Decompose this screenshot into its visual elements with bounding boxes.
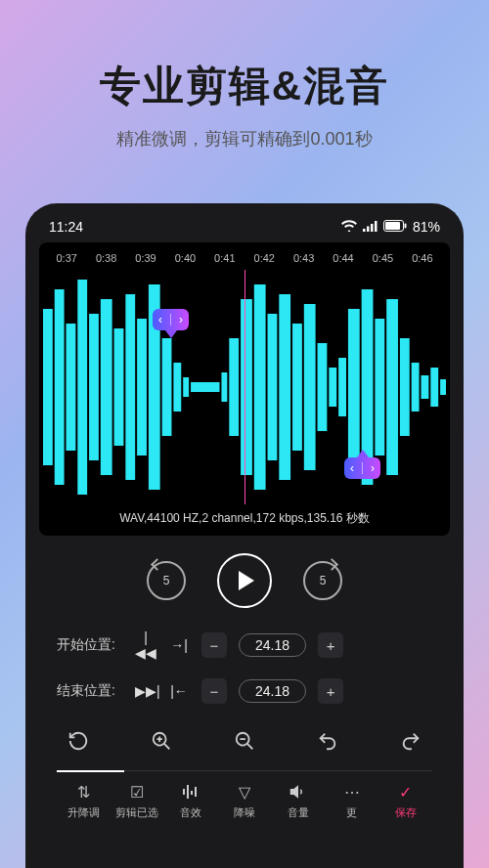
jump-to-end-icon[interactable]: |← <box>168 683 190 699</box>
start-position-label: 开始位置: <box>57 636 123 654</box>
svg-rect-34 <box>375 319 384 456</box>
svg-rect-30 <box>329 368 336 407</box>
tab-pitch[interactable]: ⇅ 升降调 <box>57 781 111 820</box>
ruler-tick: 0:44 <box>324 252 363 264</box>
ruler-tick: 0:38 <box>86 252 125 264</box>
ruler-tick: 0:43 <box>284 252 323 264</box>
trim-start-handle[interactable]: ‹ › <box>153 309 189 330</box>
equalizer-icon <box>164 781 218 803</box>
start-position-value[interactable]: 24.18 <box>239 633 306 657</box>
end-position-row: 结束位置: ▶▶| |← − 24.18 + <box>57 678 432 704</box>
svg-rect-10 <box>77 280 87 495</box>
signal-icon <box>363 219 378 235</box>
svg-rect-28 <box>304 304 316 470</box>
tab-more[interactable]: ⋯ 更 <box>325 781 378 820</box>
audio-info: WAV,44100 HZ,2 channel,172 kbps,135.16 秒… <box>43 510 446 527</box>
handle-separator <box>170 314 171 326</box>
battery-percent: 81% <box>413 219 440 235</box>
seek-forward-button[interactable]: 5 <box>303 561 342 600</box>
svg-rect-2 <box>371 224 374 232</box>
svg-rect-21 <box>221 372 227 402</box>
svg-rect-36 <box>400 338 410 436</box>
svg-rect-46 <box>195 787 197 797</box>
svg-rect-6 <box>404 224 406 229</box>
end-increment-button[interactable]: + <box>318 678 343 704</box>
denoise-icon: ▽ <box>218 781 272 803</box>
svg-rect-12 <box>101 299 112 475</box>
svg-rect-11 <box>89 314 99 460</box>
svg-rect-14 <box>125 294 135 480</box>
more-icon: ⋯ <box>325 781 378 803</box>
svg-rect-25 <box>268 314 278 460</box>
play-button[interactable] <box>217 553 272 608</box>
svg-rect-23 <box>241 299 252 475</box>
ruler-tick: 0:45 <box>363 252 402 264</box>
playhead[interactable] <box>244 270 245 504</box>
refresh-button[interactable] <box>63 725 94 757</box>
jump-to-start-icon[interactable]: →| <box>168 637 190 653</box>
tab-fx[interactable]: 音效 <box>164 781 218 820</box>
svg-rect-18 <box>173 363 181 412</box>
statusbar-time: 11:24 <box>49 219 83 235</box>
tab-label: 音效 <box>164 805 218 820</box>
svg-rect-13 <box>114 328 124 446</box>
svg-rect-5 <box>385 222 400 230</box>
waveform-area[interactable]: ‹ › ‹ › <box>43 270 446 504</box>
tab-denoise[interactable]: ▽ 降噪 <box>218 781 272 820</box>
svg-rect-45 <box>191 791 193 795</box>
svg-rect-32 <box>348 309 360 465</box>
svg-rect-37 <box>412 363 420 412</box>
tab-label: 剪辑已选 <box>111 805 164 820</box>
chevron-left-icon: ‹ <box>350 461 354 475</box>
seek-fwd-label: 5 <box>320 574 327 587</box>
tool-row <box>57 721 432 770</box>
tab-trim-selected[interactable]: ☑ 剪辑已选 <box>111 781 164 820</box>
skip-end-icon[interactable]: ▶▶| <box>135 683 156 699</box>
end-decrement-button[interactable]: − <box>201 678 227 704</box>
time-ruler[interactable]: 0:37 0:38 0:39 0:40 0:41 0:42 0:43 0:44 … <box>43 250 446 270</box>
svg-rect-19 <box>183 377 189 397</box>
bottom-tabs: ⇅ 升降调 ☑ 剪辑已选 音效 ▽ 降噪 音量 <box>57 770 432 820</box>
check-icon: ✓ <box>378 781 432 803</box>
svg-rect-17 <box>162 338 172 436</box>
start-increment-button[interactable]: + <box>318 632 343 658</box>
seek-back-button[interactable]: 5 <box>147 561 186 600</box>
svg-rect-29 <box>318 343 328 431</box>
ruler-tick: 0:46 <box>403 252 442 264</box>
volume-icon <box>271 781 325 803</box>
svg-rect-1 <box>367 227 370 233</box>
svg-rect-24 <box>254 284 266 490</box>
tab-save[interactable]: ✓ 保存 <box>378 781 432 820</box>
svg-rect-0 <box>363 229 366 232</box>
redo-button[interactable] <box>395 725 426 757</box>
pitch-icon: ⇅ <box>57 781 111 803</box>
zoom-out-button[interactable] <box>229 725 260 757</box>
ruler-tick: 0:39 <box>126 252 165 264</box>
playback-row: 5 5 <box>57 553 432 608</box>
trim-end-handle[interactable]: ‹ › <box>344 457 380 479</box>
svg-rect-38 <box>421 375 428 399</box>
hero-subtitle: 精准微调，剪辑可精确到0.001秒 <box>0 127 489 151</box>
skip-start-icon[interactable]: |◀◀ <box>135 629 156 661</box>
tab-label: 更 <box>325 805 378 820</box>
svg-rect-8 <box>55 289 65 485</box>
ruler-tick: 0:41 <box>205 252 244 264</box>
hero-title: 专业剪辑&混音 <box>0 0 489 113</box>
svg-rect-20 <box>191 382 219 392</box>
controls-panel: 5 5 开始位置: |◀◀ →| − 24.18 + 结束位置: ▶▶| |← … <box>39 536 450 820</box>
handle-separator <box>362 462 363 474</box>
zoom-in-button[interactable] <box>146 725 177 757</box>
end-position-value[interactable]: 24.18 <box>239 679 306 703</box>
start-decrement-button[interactable]: − <box>201 632 227 658</box>
svg-rect-22 <box>229 338 239 436</box>
svg-rect-27 <box>292 324 302 451</box>
end-position-label: 结束位置: <box>57 682 123 700</box>
svg-rect-9 <box>67 324 76 451</box>
svg-rect-7 <box>43 309 53 465</box>
start-position-row: 开始位置: |◀◀ →| − 24.18 + <box>57 629 432 661</box>
tab-volume[interactable]: 音量 <box>271 781 325 820</box>
ruler-tick: 0:42 <box>244 252 284 264</box>
svg-rect-15 <box>137 319 147 456</box>
seek-back-label: 5 <box>163 574 170 587</box>
undo-button[interactable] <box>312 725 343 757</box>
